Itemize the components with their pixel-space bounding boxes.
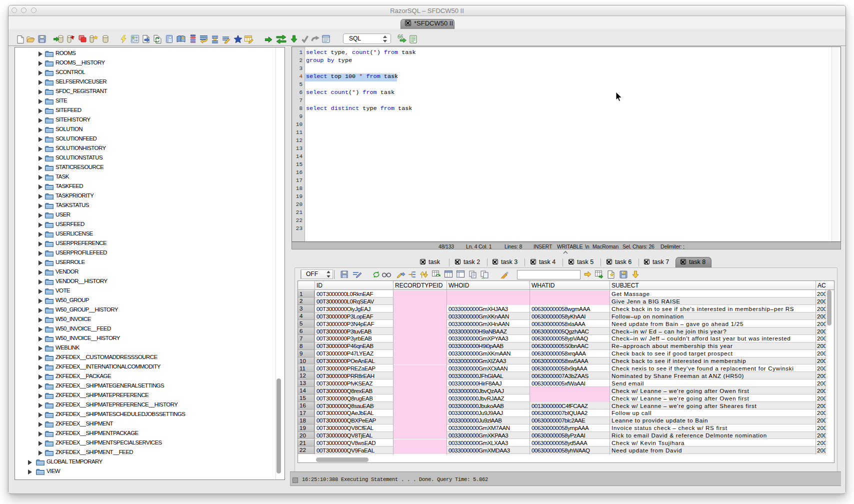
svg-text:66: 66: [398, 34, 404, 40]
